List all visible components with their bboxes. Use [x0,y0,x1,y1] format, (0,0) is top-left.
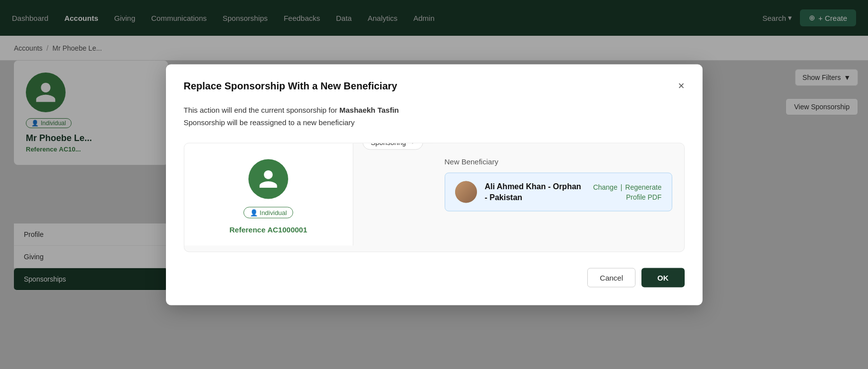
sponsor-reference: Reference AC1000001 [230,225,308,233]
sponsor-person-icon [257,168,279,190]
beneficiary-avatar-image [455,181,477,203]
ok-button[interactable]: OK [641,268,685,287]
modal-footer: Cancel OK [184,268,685,287]
beneficiary-card: New Beneficiary Ali Ahmed Khan - Orphan … [433,143,684,225]
beneficiary-box: Ali Ahmed Khan - Orphan - Pakistan Chang… [445,172,672,212]
modal-description: This action will end the current sponsor… [184,103,685,129]
action-separator: | [621,183,623,191]
sponsoring-arrow-area: Sponsoring → [353,143,433,144]
beneficiary-name: Ali Ahmed Khan - Orphan - Pakistan [485,181,585,203]
sponsor-card: 👤 Individual Reference AC1000001 [184,143,353,245]
beneficiary-actions: Change | Regenerate Profile PDF [593,183,662,201]
replace-sponsorship-modal: Replace Sponsorship With a New Beneficia… [166,64,703,305]
beneficiary-avatar [455,181,477,203]
cancel-button[interactable]: Cancel [587,268,635,287]
modal-close-button[interactable]: × [678,80,685,91]
individual-icon-small: 👤 [250,209,258,216]
sponsor-avatar [248,159,288,199]
modal-title: Replace Sponsorship With a New Beneficia… [184,80,397,91]
regenerate-link[interactable]: Regenerate [625,183,661,191]
modal-header: Replace Sponsorship With a New Beneficia… [184,80,685,91]
profile-pdf-link[interactable]: Profile PDF [626,193,662,201]
cards-row: 👤 Individual Reference AC1000001 Sponsor… [184,143,685,252]
sponsoring-label: Sponsoring → [362,143,423,149]
change-link[interactable]: Change [593,183,618,191]
new-beneficiary-label: New Beneficiary [445,157,672,165]
sponsor-badge: 👤 Individual [243,207,294,218]
